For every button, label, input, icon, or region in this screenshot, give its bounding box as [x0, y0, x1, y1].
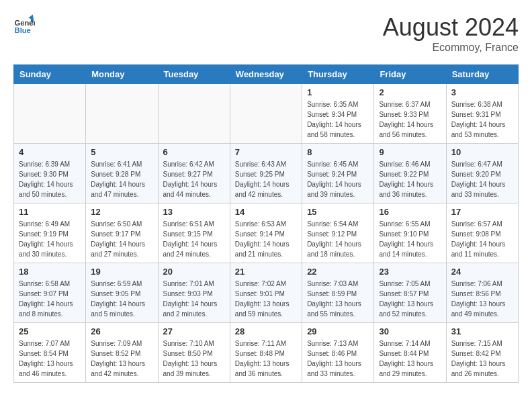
day-number: 7: [235, 147, 297, 157]
day-number: 26: [91, 326, 152, 336]
calendar-table: SundayMondayTuesdayWednesdayThursdayFrid…: [13, 64, 519, 383]
day-info: Sunrise: 6:50 AMSunset: 9:17 PMDaylight:…: [91, 219, 152, 259]
day-info: Sunrise: 6:42 AMSunset: 9:27 PMDaylight:…: [163, 159, 225, 199]
day-info: Sunrise: 6:35 AMSunset: 9:34 PMDaylight:…: [307, 99, 369, 140]
day-info: Sunrise: 6:47 AMSunset: 9:20 PMDaylight:…: [451, 159, 513, 199]
day-info: Sunrise: 6:46 AMSunset: 9:22 PMDaylight:…: [379, 159, 441, 199]
calendar-cell: 8Sunrise: 6:45 AMSunset: 9:24 PMDaylight…: [302, 144, 374, 203]
day-number: 20: [163, 267, 225, 277]
calendar-cell: 21Sunrise: 7:02 AMSunset: 9:01 PMDayligh…: [230, 263, 302, 323]
day-info: Sunrise: 7:07 AMSunset: 8:54 PMDaylight:…: [19, 338, 81, 379]
calendar-cell: 13Sunrise: 6:51 AMSunset: 9:15 PMDayligh…: [158, 203, 230, 263]
calendar-cell: 12Sunrise: 6:50 AMSunset: 9:17 PMDayligh…: [86, 203, 158, 263]
calendar-cell: 5Sunrise: 6:41 AMSunset: 9:28 PMDaylight…: [86, 144, 158, 203]
day-info: Sunrise: 6:45 AMSunset: 9:24 PMDaylight:…: [307, 159, 369, 199]
day-info: Sunrise: 7:02 AMSunset: 9:01 PMDaylight:…: [235, 279, 297, 319]
day-number: 27: [163, 326, 225, 336]
day-info: Sunrise: 7:14 AMSunset: 8:44 PMDaylight:…: [379, 338, 441, 379]
calendar-cell: 25Sunrise: 7:07 AMSunset: 8:54 PMDayligh…: [14, 323, 86, 383]
day-info: Sunrise: 7:15 AMSunset: 8:42 PMDaylight:…: [451, 338, 513, 379]
day-number: 6: [163, 147, 225, 157]
week-row-2: 4Sunrise: 6:39 AMSunset: 9:30 PMDaylight…: [14, 144, 519, 203]
week-row-3: 11Sunrise: 6:49 AMSunset: 9:19 PMDayligh…: [14, 203, 519, 263]
day-header-thursday: Thursday: [302, 65, 374, 84]
calendar-cell: 3Sunrise: 6:38 AMSunset: 9:31 PMDaylight…: [446, 84, 518, 144]
day-info: Sunrise: 6:43 AMSunset: 9:25 PMDaylight:…: [235, 159, 297, 199]
day-header-sunday: Sunday: [14, 65, 86, 84]
day-number: 3: [451, 87, 513, 97]
calendar-cell: 14Sunrise: 6:53 AMSunset: 9:14 PMDayligh…: [230, 203, 302, 263]
day-info: Sunrise: 7:06 AMSunset: 8:56 PMDaylight:…: [451, 279, 513, 319]
week-row-5: 25Sunrise: 7:07 AMSunset: 8:54 PMDayligh…: [14, 323, 519, 383]
day-number: 4: [19, 147, 81, 157]
calendar-cell: 24Sunrise: 7:06 AMSunset: 8:56 PMDayligh…: [446, 263, 518, 323]
day-info: Sunrise: 7:11 AMSunset: 8:48 PMDaylight:…: [235, 338, 297, 379]
calendar-cell: 30Sunrise: 7:14 AMSunset: 8:44 PMDayligh…: [374, 323, 446, 383]
day-number: 10: [451, 147, 513, 157]
day-number: 21: [235, 267, 297, 277]
logo-icon: General Blue: [13, 13, 35, 35]
day-info: Sunrise: 6:54 AMSunset: 9:12 PMDaylight:…: [307, 219, 369, 259]
day-number: 15: [307, 207, 369, 217]
day-info: Sunrise: 6:55 AMSunset: 9:10 PMDaylight:…: [379, 219, 441, 259]
calendar-cell: 31Sunrise: 7:15 AMSunset: 8:42 PMDayligh…: [446, 323, 518, 383]
day-number: 17: [451, 207, 513, 217]
page-header: General Blue August 2024 Ecommoy, France: [13, 13, 519, 54]
day-number: 24: [451, 267, 513, 277]
day-number: 5: [91, 147, 152, 157]
day-header-saturday: Saturday: [446, 65, 518, 84]
day-number: 14: [235, 207, 297, 217]
calendar-cell: 19Sunrise: 6:59 AMSunset: 9:05 PMDayligh…: [86, 263, 158, 323]
calendar-cell: 28Sunrise: 7:11 AMSunset: 8:48 PMDayligh…: [230, 323, 302, 383]
calendar-cell: 1Sunrise: 6:35 AMSunset: 9:34 PMDaylight…: [302, 84, 374, 144]
day-number: 9: [379, 147, 441, 157]
day-info: Sunrise: 6:58 AMSunset: 9:07 PMDaylight:…: [19, 279, 81, 319]
calendar-cell: 23Sunrise: 7:05 AMSunset: 8:57 PMDayligh…: [374, 263, 446, 323]
day-number: 31: [451, 326, 513, 336]
week-row-1: 1Sunrise: 6:35 AMSunset: 9:34 PMDaylight…: [14, 84, 519, 144]
calendar-header-row: SundayMondayTuesdayWednesdayThursdayFrid…: [14, 65, 519, 84]
logo: General Blue: [13, 13, 35, 35]
day-number: 18: [19, 267, 81, 277]
day-number: 2: [379, 87, 441, 97]
calendar-cell: 16Sunrise: 6:55 AMSunset: 9:10 PMDayligh…: [374, 203, 446, 263]
day-info: Sunrise: 6:37 AMSunset: 9:33 PMDaylight:…: [379, 99, 441, 140]
calendar-cell: 17Sunrise: 6:57 AMSunset: 9:08 PMDayligh…: [446, 203, 518, 263]
day-number: 11: [19, 207, 81, 217]
title-block: August 2024 Ecommoy, France: [383, 13, 519, 54]
calendar-cell: 6Sunrise: 6:42 AMSunset: 9:27 PMDaylight…: [158, 144, 230, 203]
day-header-monday: Monday: [86, 65, 158, 84]
day-info: Sunrise: 7:05 AMSunset: 8:57 PMDaylight:…: [379, 279, 441, 319]
day-info: Sunrise: 6:59 AMSunset: 9:05 PMDaylight:…: [91, 279, 152, 319]
calendar-cell: [14, 84, 86, 144]
day-info: Sunrise: 6:39 AMSunset: 9:30 PMDaylight:…: [19, 159, 81, 199]
calendar-cell: [86, 84, 158, 144]
day-info: Sunrise: 7:13 AMSunset: 8:46 PMDaylight:…: [307, 338, 369, 379]
day-number: 1: [307, 87, 369, 97]
day-info: Sunrise: 7:10 AMSunset: 8:50 PMDaylight:…: [163, 338, 225, 379]
day-number: 28: [235, 326, 297, 336]
day-info: Sunrise: 6:57 AMSunset: 9:08 PMDaylight:…: [451, 219, 513, 259]
week-row-4: 18Sunrise: 6:58 AMSunset: 9:07 PMDayligh…: [14, 263, 519, 323]
month-title: August 2024: [383, 13, 519, 42]
day-info: Sunrise: 6:41 AMSunset: 9:28 PMDaylight:…: [91, 159, 152, 199]
calendar-cell: 29Sunrise: 7:13 AMSunset: 8:46 PMDayligh…: [302, 323, 374, 383]
day-header-tuesday: Tuesday: [158, 65, 230, 84]
day-header-wednesday: Wednesday: [230, 65, 302, 84]
calendar-cell: 18Sunrise: 6:58 AMSunset: 9:07 PMDayligh…: [14, 263, 86, 323]
day-number: 23: [379, 267, 441, 277]
svg-text:Blue: Blue: [15, 26, 31, 34]
calendar-cell: 26Sunrise: 7:09 AMSunset: 8:52 PMDayligh…: [86, 323, 158, 383]
day-info: Sunrise: 7:09 AMSunset: 8:52 PMDaylight:…: [91, 338, 152, 379]
day-info: Sunrise: 6:38 AMSunset: 9:31 PMDaylight:…: [451, 99, 513, 140]
calendar-cell: 4Sunrise: 6:39 AMSunset: 9:30 PMDaylight…: [14, 144, 86, 203]
day-number: 8: [307, 147, 369, 157]
day-info: Sunrise: 6:49 AMSunset: 9:19 PMDaylight:…: [19, 219, 81, 259]
day-number: 25: [19, 326, 81, 336]
day-number: 29: [307, 326, 369, 336]
day-info: Sunrise: 7:01 AMSunset: 9:03 PMDaylight:…: [163, 279, 225, 319]
calendar-cell: 2Sunrise: 6:37 AMSunset: 9:33 PMDaylight…: [374, 84, 446, 144]
day-number: 19: [91, 267, 152, 277]
day-info: Sunrise: 7:03 AMSunset: 8:59 PMDaylight:…: [307, 279, 369, 319]
day-info: Sunrise: 6:51 AMSunset: 9:15 PMDaylight:…: [163, 219, 225, 259]
